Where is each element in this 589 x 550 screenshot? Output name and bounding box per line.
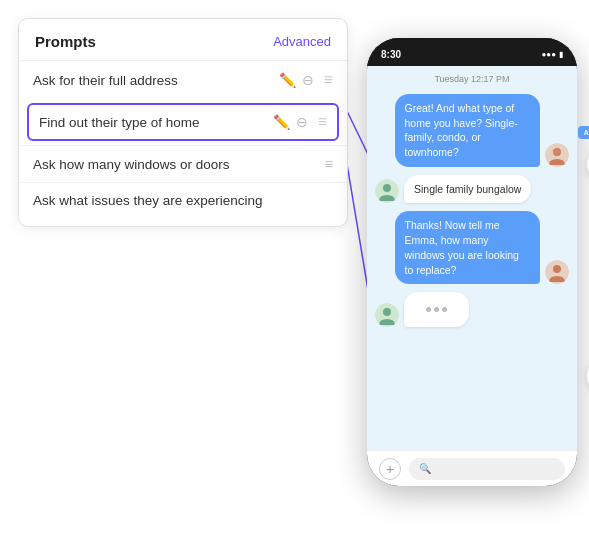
message-text-2: Single family bungalow xyxy=(414,183,521,195)
svg-point-10 xyxy=(383,308,391,316)
battery-icon: ▮ xyxy=(559,50,563,59)
dot-1 xyxy=(426,307,431,312)
svg-point-4 xyxy=(554,149,560,155)
agent-avatar-2 xyxy=(545,260,569,284)
prompt-text-1: Ask for their full address xyxy=(33,73,279,88)
phone-screen: Tuesday 12:17 PM xyxy=(367,66,577,450)
prompts-header: Prompts Advanced xyxy=(19,33,347,60)
prompt-item-1[interactable]: Ask for their full address ✏️ ⊖ ≡ xyxy=(19,60,347,99)
message-row-1: Great! And what type of home you have? S… xyxy=(375,94,569,167)
message-bubble-3: Thanks! Now tell me Emma, how many windo… xyxy=(395,211,541,284)
message-bubble-2: Single family bungalow xyxy=(404,175,531,204)
message-row-3: Thanks! Now tell me Emma, how many windo… xyxy=(375,211,569,284)
edit-icon-2[interactable]: ✏️ xyxy=(273,114,290,130)
prompt-icons-1: ✏️ ⊖ ≡ xyxy=(279,71,333,89)
phone-status-icons: ●●● ▮ xyxy=(542,50,564,59)
edit-icon-1[interactable]: ✏️ xyxy=(279,72,296,88)
phone-wrapper: 8:30 ●●● ▮ Tuesday 12:17 PM xyxy=(367,38,577,518)
drag-icon-3[interactable]: ≡ xyxy=(325,156,333,172)
prompt-text-3: Ask how many windows or doors xyxy=(33,157,325,172)
user-avatar-1 xyxy=(375,179,399,203)
message-text-1: Great! And what type of home you have? S… xyxy=(405,102,518,158)
user-avatar-2 xyxy=(375,303,399,327)
dot-2 xyxy=(434,307,439,312)
chat-messages: Great! And what type of home you have? S… xyxy=(367,94,577,327)
phone-bottom-bar: + 🔍 xyxy=(367,450,577,486)
ai-agent-badge: AI AGENT xyxy=(578,126,589,139)
phone-device: 8:30 ●●● ▮ Tuesday 12:17 PM xyxy=(367,38,577,486)
prompt-item-2[interactable]: Find out their type of home ✏️ ⊖ ≡ xyxy=(27,103,339,141)
phone-notch xyxy=(442,38,502,56)
signal-icon: ●●● xyxy=(542,50,557,59)
drag-icon-2[interactable]: ≡ xyxy=(318,113,327,131)
phone-status-bar: 8:30 ●●● ▮ xyxy=(367,38,577,66)
message-text-3: Thanks! Now tell me Emma, how many windo… xyxy=(405,219,519,275)
typing-bubble xyxy=(404,292,469,327)
remove-icon-1[interactable]: ⊖ xyxy=(302,72,314,88)
prompts-title: Prompts xyxy=(35,33,96,50)
message-bubble-1: Great! And what type of home you have? S… xyxy=(395,94,541,167)
prompt-text-4: Ask what issues they are experiencing xyxy=(33,193,333,208)
message-row-2: Single family bungalow xyxy=(375,175,569,204)
prompts-panel: Prompts Advanced Ask for their full addr… xyxy=(18,18,348,227)
prompt-item-3[interactable]: Ask how many windows or doors ≡ xyxy=(19,145,347,182)
advanced-link[interactable]: Advanced xyxy=(273,34,331,49)
prompt-icons-2: ✏️ ⊖ ≡ xyxy=(273,113,327,131)
drag-icon-1[interactable]: ≡ xyxy=(324,71,333,89)
dot-3 xyxy=(442,307,447,312)
remove-icon-2[interactable]: ⊖ xyxy=(296,114,308,130)
phone-time: 8:30 xyxy=(381,49,401,60)
message-row-4 xyxy=(375,292,569,327)
add-attachment-button[interactable]: + xyxy=(379,458,401,480)
prompt-text-2: Find out their type of home xyxy=(39,115,273,130)
prompt-item-4[interactable]: Ask what issues they are experiencing xyxy=(19,182,347,218)
typing-indicator xyxy=(414,299,459,320)
message-input[interactable]: 🔍 xyxy=(409,458,565,480)
svg-point-6 xyxy=(383,184,391,192)
search-icon: 🔍 xyxy=(419,463,431,474)
svg-point-8 xyxy=(553,265,561,273)
agent-avatar-1 xyxy=(545,143,569,167)
prompt-icons-3: ≡ xyxy=(325,156,333,172)
chat-date: Tuesday 12:17 PM xyxy=(367,74,577,84)
